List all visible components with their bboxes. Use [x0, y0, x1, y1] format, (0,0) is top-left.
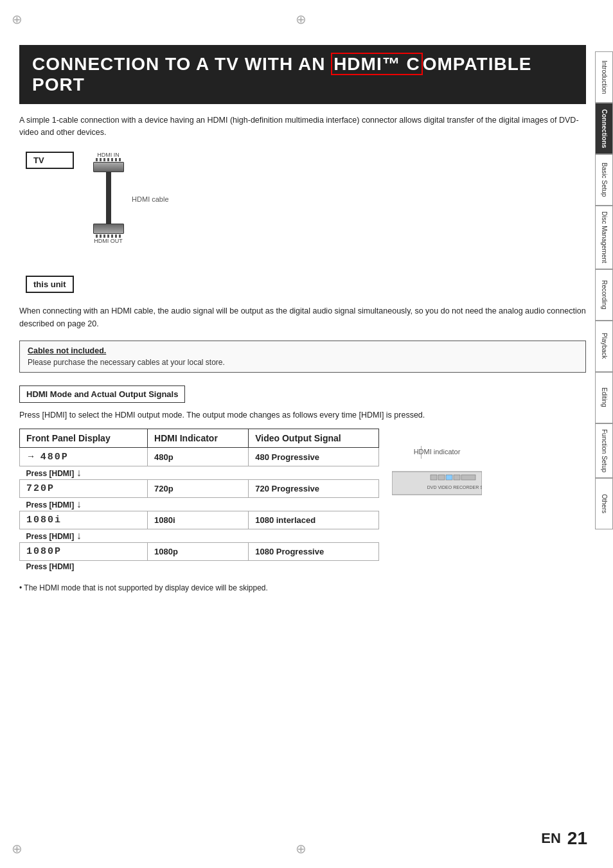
arrow-indicator: →	[26, 451, 35, 461]
table-row: 1080i 1080i 1080 interlaced	[20, 511, 379, 529]
indicator-1080p: 1080p	[148, 543, 249, 561]
signal-1080p: 1080 Progressive	[249, 543, 379, 561]
hdmi-in-label: HDMI IN	[97, 152, 120, 158]
indicator-panel: DVD VIDEO RECORDER SUPER	[392, 459, 482, 499]
display-1080i: 1080i	[20, 511, 148, 529]
crosshair-bottom: ⊕	[296, 841, 306, 856]
col-hdmi-indicator: HDMI Indicator	[148, 429, 249, 448]
display-480: → 480P	[20, 448, 148, 466]
sidebar-item-connections[interactable]: Connections	[595, 103, 613, 154]
svg-rect-1	[431, 475, 437, 480]
svg-rect-4	[454, 475, 460, 480]
tv-label: TV	[26, 152, 74, 169]
press-hdmi-3: Press [HDMI]	[26, 532, 75, 541]
hdmi-indicator-box: HDMI indicator DVD VIDEO RECORDER SUPER	[392, 448, 482, 499]
page-lang: EN	[541, 830, 561, 847]
intro-text: A simple 1-cable connection with a devic…	[19, 114, 586, 139]
press-row-1: Press [HDMI] ↓	[20, 466, 379, 480]
page-title: CONNECTION TO A TV WITH AN HDMI™ COMPATI…	[32, 54, 573, 95]
hdmi-out-connector: HDMI OUT	[93, 224, 124, 244]
table-row: → 480P 480p 480 Progressive	[20, 448, 379, 466]
press-hdmi-2: Press [HDMI]	[26, 500, 75, 509]
table-row: 720P 720p 720 Progressive	[20, 480, 379, 498]
press-hdmi-4: Press [HDMI]	[26, 562, 75, 571]
arrow-down-1: ↓	[76, 467, 82, 478]
hdmi-cable-body: HDMI cable	[106, 172, 111, 224]
press-row-3: Press [HDMI] ↓	[20, 529, 379, 543]
svg-text:DVD VIDEO RECORDER SUPER: DVD VIDEO RECORDER SUPER	[427, 485, 482, 490]
svg-rect-3	[446, 475, 452, 480]
hdmi-out-label: HDMI OUT	[94, 238, 123, 244]
indicator-720p: 720p	[148, 480, 249, 498]
crosshair-top: ⊕	[296, 12, 306, 27]
footer-note: • The HDMI mode that is not supported by…	[19, 583, 586, 592]
svg-rect-2	[438, 475, 445, 480]
press-row-2: Press [HDMI] ↓	[20, 498, 379, 511]
hdmi-table: Front Panel Display HDMI Indicator Video…	[19, 429, 379, 572]
signal-1080i: 1080 interlaced	[249, 511, 379, 529]
press-row-4: Press [HDMI]	[20, 561, 379, 572]
explanation-text: When connecting with an HDMI cable, the …	[19, 305, 586, 330]
connection-diagram: TV this unit HDMI IN	[26, 152, 586, 293]
sidebar-item-editing[interactable]: Editing	[595, 372, 613, 423]
table-wrapper: Front Panel Display HDMI Indicator Video…	[19, 429, 586, 578]
indicator-svg: DVD VIDEO RECORDER SUPER	[392, 459, 482, 497]
sidebar-item-playback[interactable]: Playback	[595, 321, 613, 372]
main-content: CONNECTION TO A TV WITH AN HDMI™ COMPATI…	[13, 0, 592, 605]
sidebar-item-basic-setup[interactable]: Basic Setup	[595, 154, 613, 206]
note-box: Cables not included. Please purchase the…	[19, 341, 586, 373]
sidebar-item-recording[interactable]: Recording	[595, 269, 613, 321]
hdmi-in-connector: HDMI IN	[93, 152, 124, 172]
col-video-signal: Video Output Signal	[249, 429, 379, 448]
sidebar-item-introduction[interactable]: Introduction	[595, 51, 613, 103]
press-hdmi-1: Press [HDMI]	[26, 469, 75, 478]
sidebar-item-function-setup[interactable]: Function Setup	[595, 423, 613, 478]
signal-720: 720 Progressive	[249, 480, 379, 498]
crosshair-top-left: ⊕	[12, 12, 22, 27]
cable-label: HDMI cable	[132, 195, 168, 203]
crosshair-bottom-left: ⊕	[12, 841, 22, 856]
side-navigation: Introduction Connections Basic Setup Dis…	[595, 51, 613, 529]
svg-rect-5	[461, 475, 475, 480]
arrow-down-2: ↓	[76, 499, 82, 509]
note-title: Cables not included.	[28, 346, 578, 355]
indicator-480p: 480p	[148, 448, 249, 466]
note-body: Please purchase the necessary cables at …	[28, 358, 578, 367]
signal-480: 480 Progressive	[249, 448, 379, 466]
hdmi-section-header: HDMI Mode and Actual Output Signals	[19, 385, 185, 403]
indicator-line	[421, 446, 511, 459]
display-1080p: 1080P	[20, 543, 148, 561]
col-front-panel: Front Panel Display	[20, 429, 148, 448]
display-720: 720P	[20, 480, 148, 498]
this-unit-label: this unit	[26, 276, 74, 293]
page-title-banner: CONNECTION TO A TV WITH AN HDMI™ COMPATI…	[19, 45, 586, 104]
page-num: 21	[567, 828, 587, 849]
device-labels: TV this unit	[26, 152, 74, 293]
sidebar-item-disc-management[interactable]: Disc Management	[595, 206, 613, 269]
page-number-area: EN 21	[541, 828, 587, 849]
arrow-down-3: ↓	[76, 530, 82, 541]
hdmi-section-desc: Press [HDMI] to select the HDMI output m…	[19, 409, 586, 421]
sidebar-item-others[interactable]: Others	[595, 478, 613, 529]
table-row: 1080P 1080p 1080 Progressive	[20, 543, 379, 561]
indicator-1080i: 1080i	[148, 511, 249, 529]
hdmi-section: HDMI Mode and Actual Output Signals Pres…	[19, 385, 586, 593]
cable-diagram: HDMI IN HDMI cable	[93, 152, 124, 293]
